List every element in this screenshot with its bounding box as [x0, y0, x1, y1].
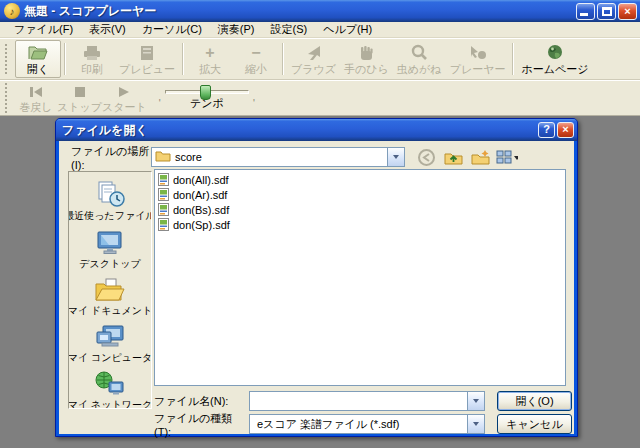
toolbar-magnifier-label: 虫めがね	[397, 64, 442, 75]
rewind-button[interactable]: 巻戻し	[15, 83, 57, 113]
sdf-file-icon	[158, 173, 169, 186]
dialog-close-button[interactable]: ×	[557, 122, 574, 138]
chevron-down-icon	[393, 155, 399, 159]
open-file-dialog: ファイルを開く ? × ファイルの場所(I): score	[55, 118, 578, 437]
printer-icon	[82, 44, 102, 62]
views-menu-icon	[496, 149, 518, 166]
app-window: ♪ 無題 - スコアプレーヤー × ファイル(F) 表示(V) カーソル(C) …	[0, 0, 640, 448]
tempo-slider-thumb[interactable]	[200, 85, 211, 100]
tempo-slider-track[interactable]	[165, 90, 249, 94]
views-button[interactable]	[496, 147, 518, 167]
toolbar-homepage-button[interactable]: ホームページ	[517, 40, 592, 78]
toolbar-gripper[interactable]	[5, 83, 10, 113]
file-item[interactable]: don(Bs).sdf	[158, 202, 562, 217]
preview-page-icon	[138, 44, 156, 62]
chevron-down-icon	[473, 399, 479, 403]
location-row: ファイルの場所(I): score	[71, 147, 566, 167]
minimize-button[interactable]	[576, 3, 595, 20]
file-item[interactable]: don(Ar).sdf	[158, 187, 562, 202]
new-folder-button[interactable]	[469, 147, 491, 167]
file-list[interactable]: don(All).sdf don(Ar).sdf don(Bs).sdf don…	[154, 169, 566, 386]
stop-icon	[74, 83, 86, 100]
file-item[interactable]: don(All).sdf	[158, 172, 562, 187]
toolbar-gripper[interactable]	[5, 44, 10, 74]
place-recent-files[interactable]: 最近使ったファイル	[69, 180, 151, 221]
maximize-icon	[602, 7, 612, 16]
open-button[interactable]: 開く(O)	[497, 391, 572, 411]
place-my-computer[interactable]: マイ コンピュータ	[69, 324, 151, 363]
recent-files-icon	[94, 180, 126, 208]
sdf-file-icon	[158, 218, 169, 231]
place-my-documents[interactable]: マイ ドキュメント	[69, 277, 151, 316]
minimize-icon	[580, 13, 588, 16]
menu-file[interactable]: ファイル(F)	[6, 21, 81, 38]
toolbar-zoom-in-button[interactable]: + 拡大	[187, 40, 233, 78]
toolbar-separator	[64, 43, 66, 75]
close-button[interactable]: ×	[618, 3, 637, 20]
open-folder-icon	[27, 44, 49, 62]
place-my-network[interactable]: マイ ネットワーク	[69, 371, 151, 409]
back-icon	[417, 148, 436, 167]
folder-icon	[155, 150, 171, 164]
zoom-in-plus-icon: +	[205, 44, 214, 62]
titlebar: ♪ 無題 - スコアプレーヤー ×	[0, 0, 640, 22]
client-area: ファイルを開く ? × ファイルの場所(I): score	[0, 116, 640, 448]
toolbar-player-label: プレーヤー	[450, 64, 506, 75]
my-documents-icon	[94, 277, 126, 303]
location-combobox[interactable]: score	[151, 147, 405, 167]
start-label: スタート	[102, 102, 147, 113]
dialog-body: ファイルの場所(I): score	[59, 141, 574, 434]
location-dropdown-button[interactable]	[387, 148, 404, 166]
start-button[interactable]: スタート	[102, 83, 147, 113]
toolbar-magnifier-button[interactable]: 虫めがね	[393, 40, 446, 78]
toolbar-hand-label: 手のひら	[344, 64, 389, 75]
file-name: don(Bs).sdf	[173, 204, 229, 216]
places-bar: 最近使ったファイル デスクトップ マイ ドキュメント マイ コンピュータ	[68, 171, 152, 409]
maximize-button[interactable]	[597, 3, 616, 20]
stop-button[interactable]: ストップ	[57, 83, 102, 113]
window-title: 無題 - スコアプレーヤー	[24, 3, 576, 20]
up-one-level-button[interactable]	[442, 147, 464, 167]
browse-cursor-icon	[305, 44, 323, 62]
filetype-row: ファイルの種類(T): eスコア 楽譜ファイル (*.sdf)	[154, 414, 485, 434]
filetype-label: ファイルの種類(T):	[154, 411, 249, 438]
toolbar-open-button[interactable]: 開く	[15, 40, 61, 78]
menu-settings[interactable]: 設定(S)	[262, 21, 315, 38]
filename-row: ファイル名(N):	[154, 391, 485, 411]
toolbar-preview-button[interactable]: プレビュー	[115, 40, 179, 78]
file-item[interactable]: don(Sp).sdf	[158, 217, 562, 232]
filetype-dropdown-button[interactable]	[467, 415, 484, 433]
toolbar-hand-button[interactable]: 手のひら	[340, 40, 393, 78]
filename-combobox[interactable]	[249, 391, 485, 411]
up-folder-icon	[444, 149, 463, 166]
toolbar-zoom-in-label: 拡大	[199, 64, 221, 75]
place-desktop[interactable]: デスクトップ	[69, 229, 151, 269]
player-cursor-icon	[468, 44, 488, 62]
my-computer-icon	[94, 324, 126, 350]
toolbar-print-label: 印刷	[81, 64, 103, 75]
toolbar-homepage-label: ホームページ	[521, 64, 588, 75]
toolbar-separator	[282, 43, 284, 75]
toolbar-browse-label: ブラウズ	[291, 64, 336, 75]
filename-dropdown-button[interactable]	[467, 392, 484, 410]
playback-toolbar: 巻戻し ストップ スタート ' テンポ '	[0, 80, 640, 116]
tempo-slider-group: ' テンポ '	[159, 85, 255, 111]
menu-play[interactable]: 演奏(P)	[210, 21, 263, 38]
toolbar-zoom-out-button[interactable]: − 縮小	[233, 40, 279, 78]
menu-cursor[interactable]: カーソル(C)	[134, 21, 210, 38]
back-button[interactable]	[415, 147, 437, 167]
filename-label: ファイル名(N):	[154, 394, 249, 409]
toolbar-browse-button[interactable]: ブラウズ	[287, 40, 340, 78]
menu-help[interactable]: ヘルプ(H)	[315, 21, 380, 38]
toolbar-player-button[interactable]: プレーヤー	[446, 40, 510, 78]
filetype-combobox[interactable]: eスコア 楽譜ファイル (*.sdf)	[249, 414, 485, 434]
cancel-button[interactable]: キャンセル	[497, 414, 572, 434]
place-label: デスクトップ	[79, 258, 140, 269]
magnifier-icon	[410, 44, 428, 62]
toolbar-preview-label: プレビュー	[119, 64, 175, 75]
menubar: ファイル(F) 表示(V) カーソル(C) 演奏(P) 設定(S) ヘルプ(H)	[0, 22, 640, 38]
toolbar-print-button[interactable]: 印刷	[69, 40, 115, 78]
dialog-nav-buttons	[415, 147, 518, 167]
menu-view[interactable]: 表示(V)	[81, 21, 134, 38]
dialog-help-button[interactable]: ?	[538, 122, 555, 138]
